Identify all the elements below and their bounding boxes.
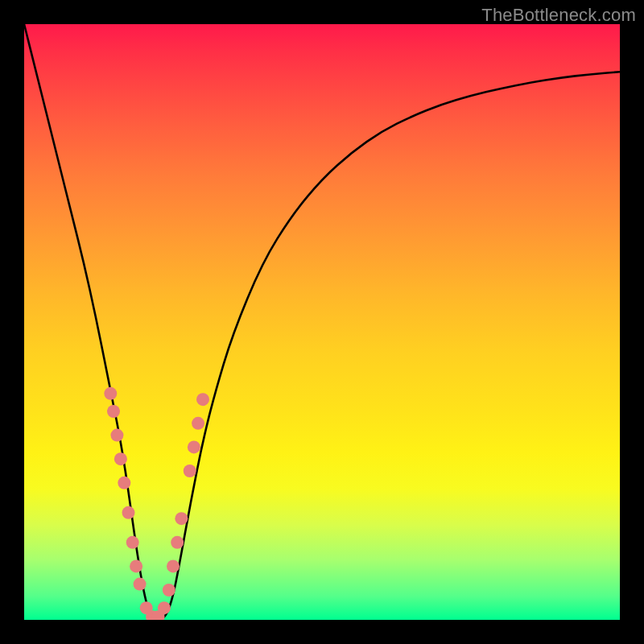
data-marker <box>107 405 120 418</box>
data-marker <box>158 601 171 614</box>
data-marker <box>192 417 204 430</box>
data-marker <box>175 512 188 525</box>
data-marker <box>130 559 142 572</box>
bottleneck-curve <box>24 24 620 620</box>
data-marker <box>122 506 135 519</box>
data-marker <box>126 536 139 549</box>
data-marker <box>134 578 147 591</box>
data-marker <box>110 429 123 442</box>
bottleneck-chart-svg <box>24 24 620 620</box>
data-marker <box>167 559 180 572</box>
watermark-text: TheBottleneck.com <box>481 5 636 26</box>
data-marker <box>188 440 200 453</box>
data-marker <box>118 477 130 489</box>
data-marker <box>184 464 196 477</box>
data-marker <box>104 387 117 400</box>
chart-plot-area <box>24 24 620 620</box>
data-marker <box>196 393 209 406</box>
data-marker <box>114 452 127 465</box>
data-marker <box>163 584 175 597</box>
data-markers <box>104 387 209 620</box>
data-marker <box>171 536 184 549</box>
